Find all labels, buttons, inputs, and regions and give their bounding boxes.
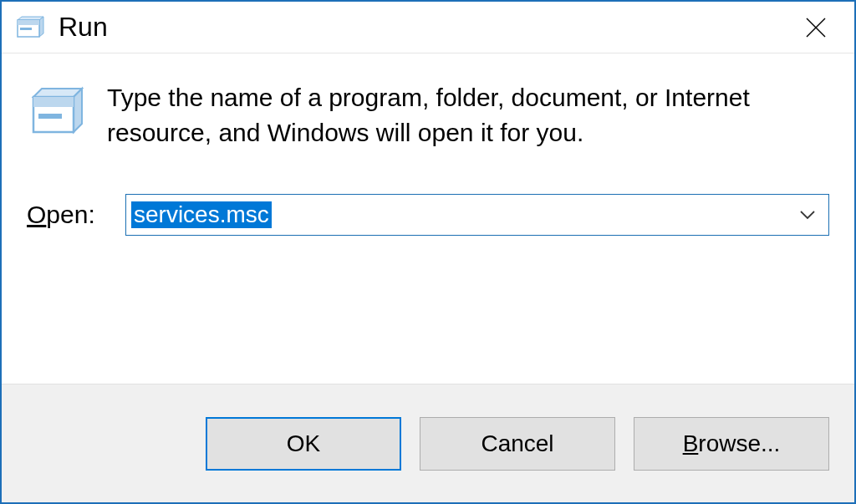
svg-rect-4 [20,28,32,30]
ok-button-label: OK [287,430,320,457]
chevron-down-icon[interactable] [798,206,817,224]
description-row: Type the name of a program, folder, docu… [27,80,829,150]
window-title: Run [59,12,108,43]
browse-button[interactable]: Browse... [634,417,829,471]
description-text: Type the name of a program, folder, docu… [107,80,829,150]
run-icon [17,16,47,39]
button-bar: OK Cancel Browse... [2,384,854,502]
svg-marker-8 [74,89,82,132]
ok-button[interactable]: OK [206,417,401,471]
svg-rect-11 [38,114,62,119]
cancel-button[interactable]: Cancel [420,417,615,471]
close-button[interactable] [782,4,849,51]
open-label: Open: [27,201,125,229]
titlebar: Run [2,2,854,53]
svg-rect-10 [33,97,74,107]
close-icon [805,17,827,38]
open-combobox[interactable]: services.msc [125,194,829,236]
run-large-icon [30,85,87,142]
open-label-rest: pen: [46,201,94,228]
svg-rect-3 [18,20,39,25]
open-row: Open: services.msc [27,194,829,236]
browse-button-mnemonic: B [683,430,699,457]
cancel-button-label: Cancel [481,430,553,457]
content-area: Type the name of a program, folder, docu… [2,53,854,384]
open-label-mnemonic: O [27,201,46,228]
open-input-value[interactable]: services.msc [131,201,272,228]
browse-button-rest: rowse... [698,430,780,457]
